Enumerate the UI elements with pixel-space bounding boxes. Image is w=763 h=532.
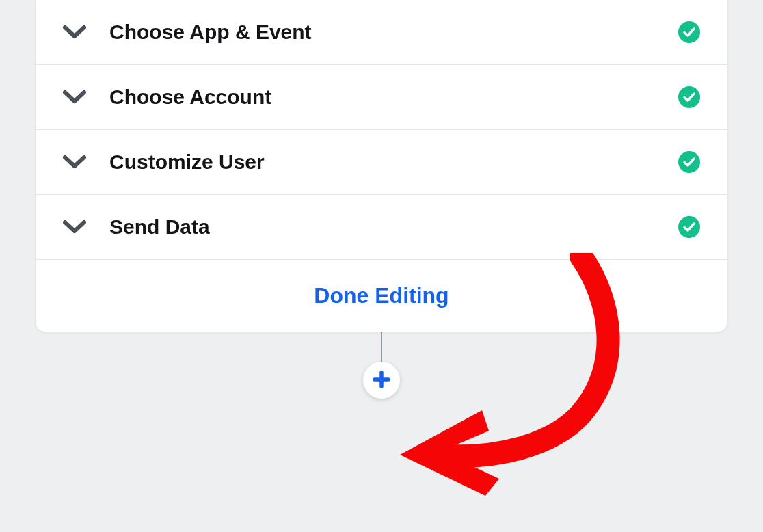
chevron-down-icon	[63, 25, 86, 40]
add-step-button[interactable]	[363, 362, 400, 399]
svg-point-1	[678, 86, 700, 108]
step-label: Send Data	[109, 215, 655, 239]
step-choose-account[interactable]: Choose Account	[36, 65, 727, 130]
step-choose-app-event[interactable]: Choose App & Event	[36, 0, 727, 65]
done-editing-link[interactable]: Done Editing	[314, 283, 449, 308]
svg-point-2	[678, 151, 700, 173]
chevron-down-icon	[63, 155, 86, 170]
step-label: Choose App & Event	[109, 21, 655, 44]
check-icon	[678, 21, 700, 43]
steps-card: Choose App & Event Choose Account Custom…	[36, 0, 727, 332]
plus-icon	[373, 371, 390, 390]
step-label: Choose Account	[109, 85, 655, 109]
page-root: Choose App & Event Choose Account Custom…	[0, 0, 763, 532]
check-icon	[678, 216, 700, 238]
svg-point-0	[678, 21, 700, 43]
step-label: Customize User	[109, 150, 655, 174]
chevron-down-icon	[63, 90, 86, 105]
chevron-down-icon	[63, 220, 86, 235]
connector-line	[381, 332, 382, 362]
check-icon	[678, 86, 700, 108]
check-icon	[678, 151, 700, 173]
svg-point-3	[678, 216, 700, 238]
card-footer: Done Editing	[36, 260, 727, 332]
step-send-data[interactable]: Send Data	[36, 195, 727, 260]
step-customize-user[interactable]: Customize User	[36, 130, 727, 195]
